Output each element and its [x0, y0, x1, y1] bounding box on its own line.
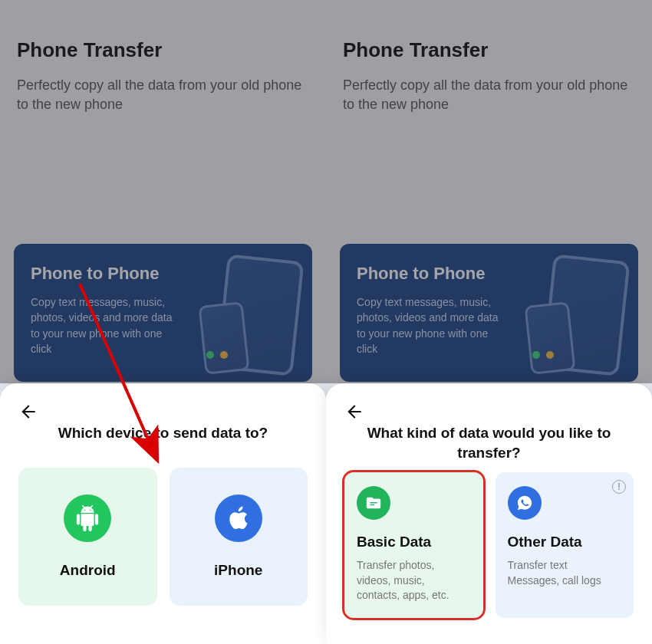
decorative-dots — [532, 351, 554, 359]
background-screen-left: Phone Transfer Perfectly copy all the da… — [0, 0, 326, 383]
option-label: Android — [60, 562, 116, 579]
option-iphone[interactable]: iPhone — [170, 468, 308, 606]
card-title: Basic Data — [357, 534, 471, 550]
arrow-left-icon — [344, 402, 364, 422]
card-title: Other Data — [508, 534, 622, 550]
option-label: iPhone — [214, 562, 262, 579]
sheet-title: What kind of data would you like to tran… — [359, 423, 620, 462]
back-button[interactable] — [17, 400, 40, 423]
data-type-sheet: What kind of data would you like to tran… — [326, 383, 652, 644]
card-description: Transfer photos, videos, music, contacts… — [357, 558, 471, 603]
page-title: Phone Transfer — [17, 38, 309, 62]
data-type-options: Basic Data Transfer photos, videos, musi… — [344, 472, 634, 618]
apple-icon — [215, 495, 262, 542]
option-other-data[interactable]: ! Other Data Transfer text Messages, cal… — [496, 472, 634, 618]
card-description: Copy text messages, music, photos, video… — [31, 294, 184, 356]
card-description: Copy text messages, music, photos, video… — [357, 294, 510, 356]
page-subtitle: Perfectly copy all the data from your ol… — [17, 76, 308, 114]
sheet-title: Which device to send data to? — [33, 423, 294, 443]
android-icon — [64, 495, 111, 542]
option-basic-data[interactable]: Basic Data Transfer photos, videos, musi… — [344, 472, 483, 618]
phone-illustration-icon — [524, 301, 575, 375]
phone-to-phone-card[interactable]: Phone to Phone Copy text messages, music… — [340, 244, 638, 382]
comparison-stage: Phone Transfer Perfectly copy all the da… — [0, 0, 652, 644]
folder-icon — [357, 486, 390, 520]
device-select-sheet: Which device to send data to? Android iP… — [0, 383, 326, 644]
page-title: Phone Transfer — [343, 38, 635, 62]
option-android[interactable]: Android — [18, 468, 157, 606]
decorative-dots — [206, 351, 228, 359]
card-description: Transfer text Messages, call logs — [508, 558, 622, 588]
phone-illustration-icon — [198, 301, 249, 375]
whatsapp-icon — [508, 486, 542, 520]
arrow-left-icon — [18, 402, 38, 422]
page-subtitle: Perfectly copy all the data from your ol… — [343, 76, 634, 114]
device-options: Android iPhone — [18, 468, 308, 606]
back-button[interactable] — [343, 400, 366, 423]
info-icon[interactable]: ! — [612, 480, 626, 494]
phone-to-phone-card[interactable]: Phone to Phone Copy text messages, music… — [14, 244, 312, 382]
background-screen-right: Phone Transfer Perfectly copy all the da… — [326, 0, 652, 383]
